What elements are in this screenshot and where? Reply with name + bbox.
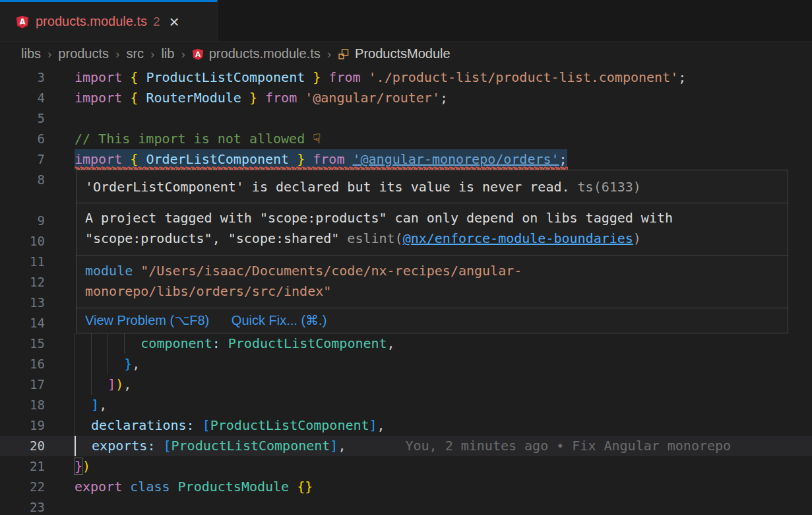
- token-prop: :: [147, 438, 155, 454]
- token-pl: [257, 90, 265, 106]
- token-pl: [289, 479, 297, 495]
- token-pl: [138, 90, 146, 106]
- token-kw: import: [75, 90, 122, 106]
- code-line-22[interactable]: 22export class ProductsModule {}: [0, 477, 812, 497]
- line-content: import { OrderListComponent } from '@ang…: [75, 149, 567, 170]
- token-pun: ,: [338, 438, 346, 454]
- token-pun: ,: [387, 335, 395, 351]
- breadcrumb-item-src[interactable]: src: [126, 46, 144, 61]
- line-content: ]),: [75, 374, 131, 395]
- code-line-3[interactable]: 3import { ProductListComponent } from '.…: [0, 67, 812, 88]
- breadcrumb-item-lib[interactable]: lib: [161, 46, 174, 61]
- breadcrumb-item-products[interactable]: products: [58, 46, 109, 61]
- svg-text:A: A: [195, 50, 201, 57]
- code-line-18[interactable]: 18],: [0, 395, 812, 415]
- code-line-20[interactable]: 20exports: [ProductListComponent],You, 2…: [0, 436, 812, 456]
- code-line-4[interactable]: 4import { RouterModule } from '@angular/…: [0, 88, 812, 108]
- code-line-15[interactable]: 15component: ProductListComponent,: [0, 333, 812, 354]
- token-teal: ProductsModule: [178, 479, 290, 495]
- token-pl: [305, 69, 313, 85]
- token-teal: ProductListComponent: [172, 438, 330, 454]
- code-editor[interactable]: 3import { ProductListComponent } from '.…: [0, 66, 812, 515]
- token-pl: [122, 151, 130, 167]
- tab-title: products.module.ts: [36, 14, 147, 29]
- diagnostics-hover-popup: 'OrderListComponent' is declared but its…: [76, 170, 788, 333]
- line-number: 19: [0, 415, 45, 436]
- token-strlink: '@angular-monorepo/orders': [353, 151, 559, 167]
- breadcrumb-item-symbol[interactable]: ProductsModule: [355, 46, 451, 61]
- code-line-23[interactable]: 23: [0, 497, 812, 515]
- tab-problem-badge: 2: [153, 15, 160, 29]
- token-pl: [138, 69, 146, 85]
- line-number: 15: [0, 333, 45, 354]
- line-content: export class ProductsModule {}: [75, 477, 313, 497]
- token-b2box: }: [75, 458, 82, 474]
- token-b3: [: [203, 417, 210, 433]
- breadcrumb-item-file[interactable]: products.module.ts: [209, 46, 321, 61]
- token-b1: {: [130, 90, 138, 106]
- line-number: 9: [0, 211, 45, 231]
- code-line-21[interactable]: 21}): [0, 456, 812, 477]
- tab-bar: A products.module.ts 2 ×: [0, 0, 812, 42]
- code-line-17[interactable]: 17]),: [0, 374, 812, 395]
- line-number: 3: [0, 67, 45, 88]
- line-number: 22: [0, 477, 45, 497]
- text-cursor: [75, 436, 92, 456]
- token-teal: component: [141, 335, 212, 351]
- module-path-line2: monorepo/libs/orders/src/index": [85, 283, 331, 299]
- line-content: exports: [ProductListComponent],You, 2 m…: [75, 436, 731, 456]
- svg-text:A: A: [19, 17, 25, 26]
- ts-error-code: ts(6133): [570, 179, 641, 195]
- token-imp: OrderListComponent: [146, 151, 289, 167]
- token-b1: ): [115, 376, 123, 392]
- chevron-right-icon: ›: [181, 47, 185, 61]
- code-line-7[interactable]: 7import { OrderListComponent } from '@an…: [0, 149, 812, 170]
- code-line-16[interactable]: 16},: [0, 354, 812, 374]
- code-line-19[interactable]: 19declarations: [ProductListComponent],: [0, 415, 812, 436]
- indent-guide: [75, 333, 91, 354]
- token-kw: from: [265, 90, 297, 106]
- token-b1: ): [82, 458, 90, 474]
- chevron-right-icon: ›: [115, 47, 119, 61]
- token-pl: [289, 151, 297, 167]
- hover-ts-diagnostic: 'OrderListComponent' is declared but its…: [77, 170, 788, 203]
- line-number: 16: [0, 354, 45, 374]
- indent-guide: [91, 374, 108, 395]
- token-b3: ]: [369, 417, 377, 433]
- indent-guide: [75, 374, 91, 395]
- token-pl: [170, 479, 178, 495]
- line-content: },: [75, 354, 140, 374]
- token-pl: [155, 438, 163, 454]
- eslint-rule-link[interactable]: @nx/enforce-module-boundaries: [403, 230, 633, 246]
- module-path-line1: "/Users/isaac/Documents/code/nx-recipes/…: [133, 263, 522, 279]
- breadcrumb-item-libs[interactable]: libs: [21, 46, 41, 61]
- close-icon[interactable]: ×: [170, 15, 179, 28]
- code-line-6[interactable]: 6// This import is not allowed ☟: [0, 129, 812, 149]
- line-number: 10: [0, 231, 45, 252]
- view-problem-button[interactable]: View Problem (⌥F8): [85, 313, 209, 327]
- token-pun: ,: [132, 356, 140, 372]
- token-prop: exports: [92, 438, 147, 454]
- eslint-source-close: ): [633, 230, 641, 246]
- token-str: '@angular/router': [305, 90, 440, 106]
- token-kw: import: [75, 69, 122, 85]
- indent-guide: [75, 354, 91, 374]
- line-content: component: ProductListComponent,: [75, 333, 395, 354]
- tab-products-module[interactable]: A products.module.ts 2 ×: [0, 0, 218, 41]
- token-b3: [: [163, 438, 171, 454]
- line-number: 6: [0, 129, 45, 149]
- token-b1: }: [313, 69, 321, 85]
- angular-icon: A: [16, 15, 29, 28]
- token-kw: from: [328, 69, 360, 85]
- hover-eslint-diagnostic: A project tagged with "scope:products" c…: [77, 203, 788, 256]
- quick-fix-button[interactable]: Quick Fix... (⌘.): [232, 313, 327, 327]
- token-prop: declarations: [91, 417, 187, 433]
- token-pl: [305, 151, 313, 167]
- code-line-5[interactable]: 5: [0, 108, 812, 129]
- module-keyword: module: [85, 263, 133, 279]
- token-b3: ]: [91, 397, 99, 413]
- eslint-message-line1: A project tagged with "scope:products" c…: [85, 210, 673, 226]
- token-pl: [122, 69, 130, 85]
- token-pun: ;: [678, 69, 686, 85]
- token-emoji: ☟: [313, 131, 321, 147]
